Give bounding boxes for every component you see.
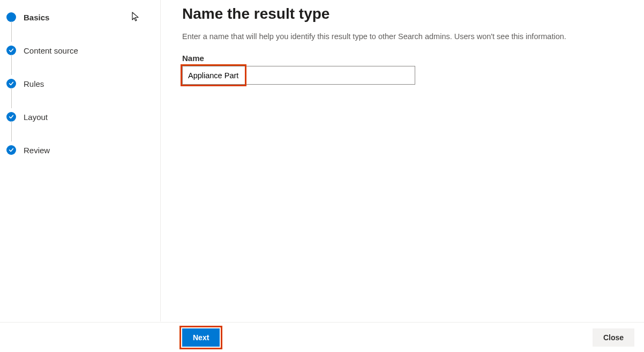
wizard-sidebar: Basics Content source Rules — [0, 0, 161, 321]
step-connector — [11, 21, 12, 42]
step-label: Review — [24, 146, 50, 155]
step-layout[interactable]: Layout — [3, 108, 160, 125]
step-review[interactable]: Review — [3, 141, 160, 159]
step-connector — [11, 88, 12, 108]
close-button[interactable]: Close — [593, 328, 634, 347]
step-connector — [11, 55, 12, 75]
main-panel: Name the result type Enter a name that w… — [161, 0, 644, 321]
step-connector — [11, 121, 12, 141]
circle-filled-icon — [6, 12, 16, 22]
checkmark-circle-icon — [6, 145, 16, 155]
page-description: Enter a name that will help you identify… — [182, 32, 623, 41]
checkmark-circle-icon — [6, 46, 16, 55]
checkmark-circle-icon — [6, 112, 16, 122]
name-input[interactable] — [182, 66, 415, 85]
step-content-source[interactable]: Content source — [3, 42, 160, 59]
step-basics[interactable]: Basics — [3, 9, 160, 26]
step-label: Rules — [24, 79, 44, 88]
page-title: Name the result type — [182, 5, 623, 23]
checkmark-circle-icon — [6, 79, 16, 88]
step-label: Basics — [24, 13, 49, 22]
next-button[interactable]: Next — [182, 328, 220, 347]
wizard-footer: Next Close — [0, 322, 644, 352]
step-label: Content source — [24, 46, 78, 55]
step-label: Layout — [24, 113, 48, 122]
step-rules[interactable]: Rules — [3, 75, 160, 92]
name-field-label: Name — [182, 54, 623, 63]
